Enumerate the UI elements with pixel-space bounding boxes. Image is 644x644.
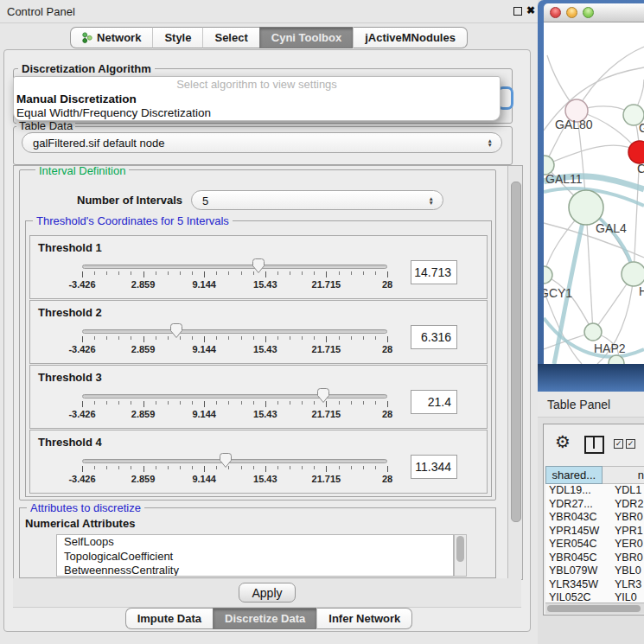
float-window-icon[interactable] <box>513 7 522 16</box>
tab-select[interactable]: Select <box>202 27 258 48</box>
top-tab-bar: NetworkStyleSelectCyni ToolboxjActiveMNo… <box>0 27 538 48</box>
cell-shared-name: YBR045C <box>545 552 615 565</box>
table-row[interactable]: YLR345WYLR3 <box>545 578 644 592</box>
scrollbar-thumb[interactable] <box>511 182 521 522</box>
numerical-attributes-list[interactable]: SelfLoopsTopologicalCoefficientBetweenne… <box>56 534 454 577</box>
thresholds-group: Threshold's Coordinates for 5 Intervals … <box>25 220 492 497</box>
network-canvas[interactable]: GAL80 G C GAL11 GAL4 GCY1 H HAP2 <box>544 22 644 364</box>
cell-shared-name: YIL052C <box>545 591 615 603</box>
threshold-value-input[interactable] <box>411 260 457 284</box>
bottom-tab-impute-data[interactable]: Impute Data <box>125 608 213 629</box>
combo-spinner-icon[interactable]: ▲▼ <box>429 196 434 205</box>
minimize-traffic-light-icon[interactable] <box>566 7 577 18</box>
network-icon <box>82 32 92 43</box>
svg-text:GAL11: GAL11 <box>545 172 583 186</box>
cell-name: YER0 <box>615 538 643 550</box>
table-data-group-title: Table Data <box>16 119 75 132</box>
threshold-label: Threshold 4 <box>38 436 102 449</box>
attribute-item[interactable]: TopologicalCoefficient <box>57 550 453 564</box>
checkbox-icon[interactable]: ✓ <box>626 439 635 449</box>
svg-text:H: H <box>639 284 644 298</box>
table-row[interactable]: YIL052CYIL0 <box>545 591 644 603</box>
tab-label: Discretize Data <box>225 612 305 625</box>
tab-network[interactable]: Network <box>70 27 152 48</box>
slider-tick-label: 2.859 <box>131 344 156 354</box>
attributes-group: Attributes to discretize Numerical Attri… <box>19 507 496 578</box>
table-horizontal-scrollbar[interactable] <box>545 603 644 614</box>
cell-shared-name: YPR145W <box>545 525 615 539</box>
dropdown-option-equal-width[interactable]: Equal Width/Frequency Discretization <box>14 106 500 120</box>
number-of-intervals-combo[interactable]: 5 ▲▼ <box>191 190 443 210</box>
table-row[interactable]: YBR043CYBR0 <box>545 511 644 525</box>
cell-name: YBL0 <box>615 564 641 577</box>
tab-style[interactable]: Style <box>152 27 202 48</box>
node-hap2[interactable] <box>584 323 602 341</box>
node-gal4[interactable] <box>569 190 603 225</box>
table-row[interactable]: YDL19...YDL1 <box>545 484 644 498</box>
column-layout-icon[interactable] <box>584 436 604 454</box>
slider-major-ticks <box>82 336 389 342</box>
slider-major-ticks <box>82 466 389 472</box>
combo-spinner-icon[interactable]: ▲▼ <box>488 138 493 147</box>
network-window-titlebar[interactable] <box>544 3 644 22</box>
slider-tick-label: 28 <box>382 474 392 484</box>
table-row[interactable]: YBR045CYBR0 <box>545 552 644 565</box>
slider-tick-label: 15.43 <box>253 344 277 354</box>
close-icon[interactable]: ✖ <box>526 4 535 16</box>
panel-vertical-scrollbar[interactable] <box>507 166 523 579</box>
bottom-tab-bar: Impute DataDiscretize DataInfer Network <box>0 608 538 629</box>
svg-text:C: C <box>637 162 644 175</box>
attribute-item[interactable]: BetweennessCentrality <box>57 564 453 577</box>
network-nodes[interactable] <box>544 99 644 364</box>
threshold-value-input[interactable] <box>411 390 457 414</box>
attribute-item[interactable]: SelfLoops <box>57 535 453 550</box>
zoom-traffic-light-icon[interactable] <box>583 7 594 18</box>
table-data-combo-value: galFiltered.sif default node <box>33 137 164 150</box>
apply-button[interactable]: Apply <box>239 583 296 603</box>
table-panel-body: ⚙ ✓ ✓ shared... n YDL19...YDL1YDR27...YD… <box>538 418 644 644</box>
cell-shared-name: YBL079W <box>545 564 615 578</box>
table-rows: YDL19...YDL1YDR27...YDR2YBR043CYBR0YPR14… <box>545 484 644 603</box>
node-red-selected[interactable] <box>628 141 644 163</box>
bottom-tab-discretize-data[interactable]: Discretize Data <box>213 608 316 629</box>
slider-tick-label: -3.426 <box>68 474 95 484</box>
cell-shared-name: YER054C <box>545 538 615 552</box>
slider-tick-label: 2.859 <box>131 279 156 290</box>
close-traffic-light-icon[interactable] <box>550 7 561 18</box>
table-row[interactable]: YPR145WYPR1 <box>545 525 644 539</box>
svg-text:HAP2: HAP2 <box>594 341 626 355</box>
tab-cyni-toolbox[interactable]: Cyni Toolbox <box>259 27 353 48</box>
tab-label: Style <box>164 31 191 44</box>
threshold-slider-track[interactable] <box>82 394 387 399</box>
tab-label: Infer Network <box>328 612 400 625</box>
threshold-value-input[interactable] <box>411 325 457 349</box>
threshold-slider-track[interactable] <box>82 329 387 334</box>
tab-label: Network <box>97 31 141 44</box>
table-panel-title: Table Panel <box>547 398 610 411</box>
tab-jactivemnodules[interactable]: jActiveMNodules <box>353 27 468 48</box>
checkbox-icon[interactable]: ✓ <box>614 439 623 449</box>
bottom-tab-infer-network[interactable]: Infer Network <box>316 608 412 629</box>
table-row[interactable]: YER054CYER0 <box>545 538 644 552</box>
column-header-shared-name[interactable]: shared... <box>545 466 603 484</box>
dropdown-option-manual[interactable]: Manual Discretization <box>14 92 500 106</box>
table-row[interactable]: YBL079WYBL0 <box>545 564 644 578</box>
gear-icon[interactable]: ⚙ <box>555 431 571 452</box>
settings-scroll-panel: Interval Definition Number of Intervals … <box>13 165 523 580</box>
attributes-list-scrollbar[interactable] <box>454 534 467 577</box>
node-right-mid[interactable] <box>622 262 644 286</box>
node-gcy1[interactable] <box>544 266 552 284</box>
interval-definition-title: Interval Definition <box>35 165 129 177</box>
thresholds-group-title: Threshold's Coordinates for 5 Intervals <box>33 214 233 227</box>
tab-label: Impute Data <box>137 612 201 625</box>
column-header-name[interactable]: n <box>603 466 644 484</box>
table-row[interactable]: YDR27...YDR2 <box>545 498 644 512</box>
scrollbar-thumb[interactable] <box>547 605 641 612</box>
algorithm-group-title: Discretization Algorithm <box>18 62 155 75</box>
scrollbar-thumb[interactable] <box>456 536 464 562</box>
threshold-value-input[interactable] <box>411 455 457 479</box>
threshold-slider-track[interactable] <box>82 265 387 269</box>
table-data-combo[interactable]: galFiltered.sif default node ▲▼ <box>22 132 502 153</box>
slider-tick-label: -3.426 <box>68 279 95 290</box>
threshold-slider-track[interactable] <box>82 459 387 463</box>
